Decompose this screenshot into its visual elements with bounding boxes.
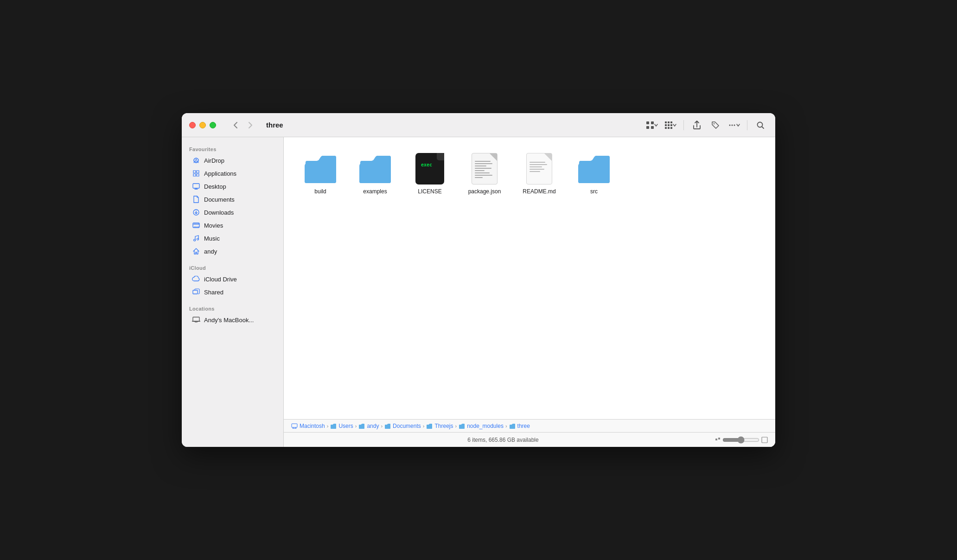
svg-rect-25 <box>193 317 199 321</box>
file-label-package-json: package.json <box>468 188 501 196</box>
tag-button[interactable] <box>708 118 723 133</box>
file-item-build[interactable]: build <box>295 148 346 199</box>
size-slider <box>715 436 768 444</box>
bc-folder-icon-4 <box>426 423 433 429</box>
minimize-button[interactable] <box>199 122 206 128</box>
doc-icon-package <box>468 152 501 185</box>
breadcrumb-three-label: three <box>517 423 530 429</box>
sidebar-macbook-label: Andy's MacBook... <box>204 317 254 324</box>
folder-icon-src <box>577 152 611 185</box>
sidebar-documents-label: Documents <box>204 196 235 203</box>
toolbar-right <box>644 118 768 133</box>
sidebar-item-macbook[interactable]: Andy's MacBook... <box>185 313 281 326</box>
movies-icon <box>192 221 200 229</box>
svg-rect-10 <box>665 127 667 129</box>
svg-point-14 <box>729 124 731 126</box>
file-label-readme: README.md <box>523 188 555 196</box>
folder-icon-build <box>304 152 337 185</box>
svg-rect-27 <box>715 439 717 440</box>
file-item-package-json[interactable]: package.json <box>459 148 510 199</box>
traffic-lights <box>189 122 216 128</box>
breadcrumb-sep-5: › <box>455 423 457 429</box>
icon-size-slider[interactable] <box>722 436 759 444</box>
finder-window: three <box>182 113 775 447</box>
window-title: three <box>266 121 639 129</box>
nav-buttons <box>229 119 257 132</box>
sidebar-item-andy[interactable]: andy <box>185 245 281 258</box>
breadcrumb-andy[interactable]: andy <box>358 423 379 429</box>
sidebar-airdrop-label: AirDrop <box>204 157 224 164</box>
content-area: Favourites AirDrop Applications Desktop <box>182 137 775 447</box>
svg-point-13 <box>714 123 715 124</box>
sidebar-item-icloud-drive[interactable]: iCloud Drive <box>185 273 281 286</box>
breadcrumb-threejs[interactable]: Threejs <box>426 423 453 429</box>
sidebar-movies-label: Movies <box>204 222 223 229</box>
maximize-button[interactable] <box>210 122 216 128</box>
desktop-icon <box>192 182 200 191</box>
breadcrumb-andy-label: andy <box>367 423 379 429</box>
favourites-label: Favourites <box>182 143 283 154</box>
svg-rect-2 <box>646 126 649 129</box>
breadcrumb-three[interactable]: three <box>509 423 530 429</box>
view-icon-button[interactable] <box>644 118 659 133</box>
file-item-src[interactable]: src <box>568 148 619 199</box>
bc-folder-icon-2 <box>358 423 365 429</box>
view-grid-button[interactable] <box>663 118 678 133</box>
breadcrumb-sep-1: › <box>327 423 329 429</box>
file-item-examples[interactable]: examples <box>350 148 401 199</box>
breadcrumb-bar: Macintosh › Users › andy › <box>284 419 775 432</box>
breadcrumb-users-label: Users <box>338 423 353 429</box>
sidebar-item-desktop[interactable]: Desktop <box>185 180 281 193</box>
sidebar-item-applications[interactable]: Applications <box>185 167 281 180</box>
breadcrumb-users[interactable]: Users <box>330 423 353 429</box>
sidebar-item-downloads[interactable]: Downloads <box>185 206 281 219</box>
share-button[interactable] <box>689 118 704 133</box>
size-small-icon <box>715 437 721 443</box>
svg-point-15 <box>732 124 733 126</box>
breadcrumb-macintosh[interactable]: Macintosh <box>291 423 325 429</box>
breadcrumb-threejs-label: Threejs <box>434 423 453 429</box>
bc-folder-icon-6 <box>509 423 516 429</box>
sidebar-applications-label: Applications <box>204 170 236 177</box>
bc-folder-icon-5 <box>459 423 465 429</box>
breadcrumb-sep-4: › <box>423 423 425 429</box>
toolbar-divider-2 <box>747 120 747 130</box>
applications-icon <box>192 169 200 178</box>
sidebar-item-shared[interactable]: Shared <box>185 286 281 299</box>
titlebar: three <box>182 113 775 137</box>
svg-point-17 <box>758 122 763 127</box>
sidebar: Favourites AirDrop Applications Desktop <box>182 137 284 447</box>
close-button[interactable] <box>189 122 196 128</box>
sidebar-music-label: Music <box>204 235 220 242</box>
toolbar-divider <box>683 120 684 130</box>
search-button[interactable] <box>753 118 768 133</box>
sidebar-item-movies[interactable]: Movies <box>185 219 281 232</box>
breadcrumb-documents[interactable]: Documents <box>384 423 421 429</box>
svg-rect-29 <box>762 437 767 443</box>
svg-rect-5 <box>668 121 670 123</box>
back-button[interactable] <box>229 119 242 132</box>
forward-button[interactable] <box>244 119 257 132</box>
more-button[interactable] <box>727 118 741 133</box>
file-label-license: LICENSE <box>418 188 441 196</box>
sidebar-andy-label: andy <box>204 248 217 255</box>
file-item-readme[interactable]: README.md <box>514 148 565 199</box>
breadcrumb-sep-6: › <box>505 423 507 429</box>
sidebar-item-documents[interactable]: Documents <box>185 193 281 206</box>
folder-icon-examples <box>358 152 392 185</box>
documents-icon <box>192 195 200 204</box>
sidebar-desktop-label: Desktop <box>204 183 226 190</box>
file-grid: build examples <box>284 137 775 419</box>
doc-icon-readme <box>523 152 556 185</box>
sidebar-item-music[interactable]: Music <box>185 232 281 245</box>
sidebar-downloads-label: Downloads <box>204 209 234 216</box>
breadcrumb-sep-2: › <box>355 423 357 429</box>
sidebar-item-airdrop[interactable]: AirDrop <box>185 154 281 167</box>
sidebar-icloud-drive-label: iCloud Drive <box>204 276 237 283</box>
file-label-examples: examples <box>363 188 387 196</box>
breadcrumb-node-modules[interactable]: node_modules <box>459 423 504 429</box>
hd-icon <box>291 423 298 429</box>
breadcrumb-sep-3: › <box>381 423 383 429</box>
downloads-icon <box>192 208 200 216</box>
file-item-license[interactable]: exec LICENSE <box>404 148 455 199</box>
